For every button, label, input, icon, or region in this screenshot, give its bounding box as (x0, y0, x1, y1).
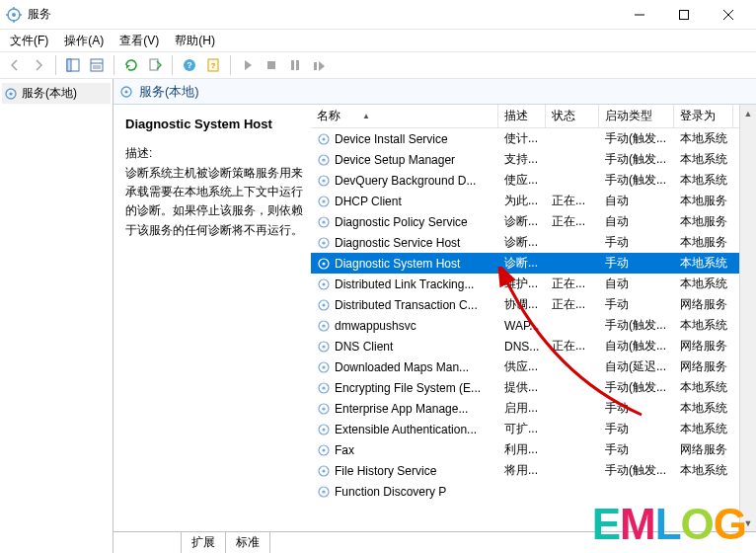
cell-logon: 网络服务 (674, 441, 733, 458)
tab-standard[interactable]: 标准 (225, 531, 270, 553)
svg-point-28 (124, 90, 127, 93)
cell-desc: DNS... (498, 340, 546, 354)
cell-desc: 使计... (498, 130, 546, 147)
cell-startup: 手动 (599, 296, 674, 313)
close-button[interactable] (706, 0, 750, 30)
cell-name: Distributed Transaction C... (311, 298, 498, 312)
menu-file[interactable]: 文件(F) (4, 31, 54, 51)
menu-help[interactable]: 帮助(H) (169, 31, 221, 51)
service-row[interactable]: File History Service将用...手动(触发...本地系统 (311, 460, 739, 481)
service-row[interactable]: Fax利用...手动网络服务 (311, 439, 739, 460)
service-row[interactable]: DevQuery Background D...使应...手动(触发...本地系… (311, 170, 739, 191)
service-row[interactable]: Downloaded Maps Man...供应...自动(延迟...网络服务 (311, 356, 739, 377)
cell-startup: 自动 (599, 213, 674, 230)
cell-logon: 本地系统 (674, 462, 733, 479)
title-bar: 服务 (0, 0, 756, 30)
service-row[interactable]: Distributed Link Tracking...维护...正在...自动… (311, 274, 739, 294)
show-hide-tree-button[interactable] (62, 54, 84, 76)
cell-name: Fax (311, 443, 498, 457)
service-row[interactable]: DHCP Client为此...正在...自动本地服务 (311, 191, 739, 211)
column-description[interactable]: 描述 (498, 105, 546, 127)
cell-logon: 本地系统 (674, 276, 733, 292)
cell-logon: 网络服务 (674, 358, 733, 375)
service-list: 名称▲ 描述 状态 启动类型 登录为 Device Install Servic… (311, 105, 756, 531)
svg-point-62 (322, 469, 325, 472)
cell-startup: 手动 (599, 255, 674, 272)
column-startup[interactable]: 启动类型 (599, 105, 674, 127)
cell-desc: 提供... (498, 379, 546, 396)
service-row[interactable]: Device Setup Manager支持...手动(触发...本地系统 (311, 149, 739, 170)
column-name[interactable]: 名称▲ (311, 105, 498, 127)
tab-header: 服务(本地) (113, 79, 756, 105)
gear-icon (119, 85, 133, 99)
properties-button[interactable] (86, 54, 108, 76)
cell-status: 正在... (546, 276, 599, 292)
cell-name: Enterprise App Manage... (311, 402, 498, 416)
minimize-button[interactable] (617, 0, 661, 30)
back-button (4, 54, 26, 76)
cell-name: DNS Client (311, 340, 498, 354)
svg-text:?: ? (211, 61, 216, 70)
service-row[interactable]: Extensible Authentication...可扩...手动本地系统 (311, 419, 739, 439)
cell-logon: 本地系统 (674, 379, 733, 396)
pause-service-button (284, 54, 306, 76)
cell-name: File History Service (311, 464, 498, 478)
detail-pane: Diagnostic System Host 描述: 诊断系统主机被诊断策略服务… (113, 105, 311, 531)
service-row[interactable]: Diagnostic Service Host诊断...手动本地服务 (311, 232, 739, 253)
cell-startup: 手动(触发... (599, 317, 674, 334)
cell-name: dmwappushsvc (311, 319, 498, 333)
cell-desc: WAP... (498, 319, 546, 333)
nav-root-services[interactable]: 服务(本地) (2, 83, 111, 104)
service-row[interactable]: Diagnostic Policy Service诊断...正在...自动本地服… (311, 211, 739, 232)
cell-name: Downloaded Maps Man... (311, 360, 498, 374)
svg-rect-21 (267, 61, 275, 69)
service-row[interactable]: Distributed Transaction C...协调...正在...手动… (311, 294, 739, 315)
svg-point-46 (322, 303, 325, 306)
watermark: EMLOG (592, 500, 746, 549)
toolbar: ? ? (0, 51, 756, 79)
window-title: 服务 (28, 6, 51, 23)
service-row[interactable]: dmwappushsvcWAP...手动(触发...本地系统 (311, 315, 739, 336)
svg-rect-11 (67, 59, 71, 71)
svg-point-42 (322, 262, 325, 265)
menu-action[interactable]: 操作(A) (58, 31, 110, 51)
cell-logon: 本地系统 (674, 172, 733, 189)
service-row[interactable]: Diagnostic System Host诊断...手动本地系统 (311, 253, 739, 274)
svg-point-58 (322, 428, 325, 431)
cell-desc: 诊断... (498, 234, 546, 251)
scroll-up-icon[interactable]: ▲ (740, 105, 756, 121)
cell-startup: 手动(触发... (599, 462, 674, 479)
service-row[interactable]: Device Install Service使计...手动(触发...本地系统 (311, 128, 739, 149)
column-logon[interactable]: 登录为 (674, 105, 733, 127)
refresh-button[interactable] (120, 54, 142, 76)
service-row[interactable]: Function Discovery P (311, 481, 739, 502)
maximize-button[interactable] (661, 0, 706, 30)
cell-startup: 手动(触发... (599, 151, 674, 168)
vertical-scrollbar[interactable]: ▲ ▼ (739, 105, 756, 531)
cell-startup: 手动(触发... (599, 379, 674, 396)
cell-startup: 手动 (599, 421, 674, 437)
tab-extended[interactable]: 扩展 (181, 531, 226, 553)
cell-startup: 手动 (599, 400, 674, 417)
svg-point-50 (322, 345, 325, 348)
svg-rect-12 (91, 59, 103, 71)
cell-desc: 为此... (498, 193, 546, 209)
cell-logon: 本地系统 (674, 255, 733, 272)
cell-desc: 支持... (498, 151, 546, 168)
svg-point-38 (322, 220, 325, 223)
service-row[interactable]: Encrypting File System (E...提供...手动(触发..… (311, 377, 739, 398)
svg-point-54 (322, 386, 325, 389)
cell-startup: 手动 (599, 441, 674, 458)
service-row[interactable]: Enterprise App Manage...启用...手动本地系统 (311, 398, 739, 419)
cell-name: Diagnostic System Host (311, 257, 498, 271)
menu-view[interactable]: 查看(V) (113, 31, 165, 51)
help-button[interactable]: ? (179, 54, 200, 76)
tab-header-label: 服务(本地) (139, 83, 199, 101)
help-topic-button[interactable]: ? (202, 54, 224, 76)
export-list-button[interactable] (144, 54, 166, 76)
svg-point-26 (9, 92, 12, 95)
svg-rect-22 (291, 60, 294, 70)
column-status[interactable]: 状态 (546, 105, 599, 127)
cell-logon: 本地系统 (674, 421, 733, 437)
service-row[interactable]: DNS ClientDNS...正在...自动(触发...网络服务 (311, 336, 739, 356)
